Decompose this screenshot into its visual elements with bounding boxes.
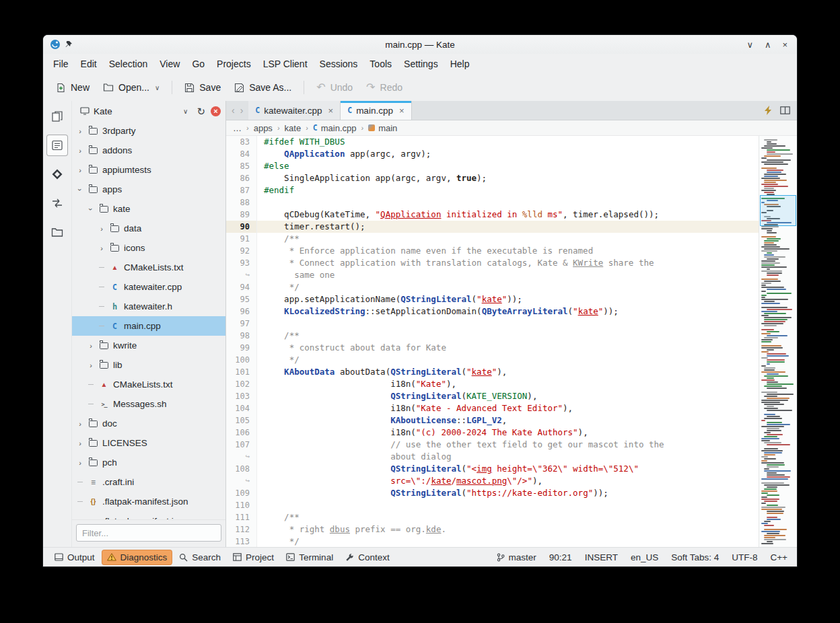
- save-button[interactable]: Save: [178, 78, 227, 97]
- menu-go[interactable]: Go: [186, 56, 211, 72]
- new-button[interactable]: New: [50, 78, 96, 97]
- tree-item-data[interactable]: ›data: [72, 219, 225, 238]
- code-line[interactable]: 111 /**: [226, 511, 759, 523]
- statusbar-c[interactable]: C++: [770, 552, 788, 562]
- statusbar-insert[interactable]: INSERT: [585, 552, 618, 562]
- quick-open-icon[interactable]: [765, 106, 772, 115]
- chevron-collapsed-icon[interactable]: ›: [76, 439, 84, 447]
- breadcrumb-main-symbol[interactable]: main: [368, 123, 397, 133]
- tree-item-icons[interactable]: ›icons: [72, 238, 225, 258]
- breadcrumb-kate[interactable]: kate: [285, 123, 302, 133]
- save-as-button[interactable]: Save As...: [228, 78, 298, 97]
- redo-button[interactable]: ↷Redo: [360, 78, 409, 97]
- code-line[interactable]: 90 timer.restart();: [226, 221, 759, 233]
- menu-file[interactable]: File: [47, 56, 75, 72]
- statusbar-output[interactable]: Output: [50, 550, 100, 564]
- statusbar-search[interactable]: Search: [174, 550, 225, 564]
- code-line[interactable]: 106 i18n("(c) 2000-2024 The Kate Authors…: [226, 427, 759, 439]
- chevron-collapsed-icon[interactable]: ›: [76, 147, 84, 155]
- close-button[interactable]: ×: [782, 40, 788, 50]
- menu-settings[interactable]: Settings: [398, 56, 444, 72]
- maximize-button[interactable]: ∧: [765, 40, 771, 50]
- tree-item-kate[interactable]: ›kate: [72, 199, 225, 219]
- code-line[interactable]: 96 KLocalizedString::setApplicationDomai…: [226, 305, 759, 318]
- chevron-collapsed-icon[interactable]: ›: [87, 342, 95, 350]
- tab-forward-button[interactable]: ›: [240, 105, 244, 116]
- tab-close-icon[interactable]: ×: [399, 106, 405, 116]
- undo-button[interactable]: ↶Undo: [310, 78, 359, 97]
- code-line[interactable]: 95 app.setApplicationName(QStringLiteral…: [226, 293, 759, 305]
- code-line[interactable]: 84 QApplication app(argc, argv);: [226, 148, 759, 160]
- tree-item-appiumtests[interactable]: ›appiumtests: [72, 160, 225, 180]
- menu-edit[interactable]: Edit: [75, 56, 103, 72]
- code-line[interactable]: 91 /**: [226, 233, 759, 245]
- code-line[interactable]: 86 SingleApplication app(argc, argv, tru…: [226, 172, 759, 184]
- tree-item-licenses[interactable]: ›LICENSES: [72, 433, 225, 453]
- code-line[interactable]: 108 QStringLiteral("<img height=\"362\" …: [226, 463, 759, 475]
- git-diamond-tool-button[interactable]: [47, 164, 67, 184]
- menu-sessions[interactable]: Sessions: [314, 56, 364, 72]
- code-line[interactable]: 107 // use the other text field to get o…: [226, 439, 759, 451]
- code-line[interactable]: 101 KAboutData aboutData(QStringLiteral(…: [226, 366, 759, 378]
- code-line[interactable]: ↪ about dialog: [226, 451, 759, 463]
- menu-help[interactable]: Help: [444, 56, 476, 72]
- code-line[interactable]: 100 */: [226, 354, 759, 366]
- chevron-expanded-icon[interactable]: ›: [76, 186, 84, 194]
- tree-item-cmakelists-txt[interactable]: ▲CMakeLists.txt: [72, 258, 225, 277]
- tree-item-kwrite[interactable]: ›kwrite: [72, 336, 225, 355]
- menu-tools[interactable]: Tools: [363, 56, 398, 72]
- code-line[interactable]: 87#endif: [226, 184, 759, 196]
- tree-item-craft-ini[interactable]: ≡.craft.ini: [72, 472, 225, 492]
- code-line[interactable]: 104 i18n("Kate - Advanced Text Editor"),: [226, 402, 759, 414]
- chevron-collapsed-icon[interactable]: ›: [98, 244, 106, 252]
- split-view-icon[interactable]: [780, 106, 790, 114]
- tree-item-flatpak-manifest-json[interactable]: {}.flatpak-manifest.json: [72, 492, 225, 511]
- code-line[interactable]: 98 /**: [226, 330, 759, 342]
- statusbar-project[interactable]: Project: [228, 550, 279, 564]
- menu-view[interactable]: View: [153, 56, 186, 72]
- tab-close-icon[interactable]: ×: [328, 106, 334, 116]
- pin-icon[interactable]: [65, 40, 73, 48]
- minimap-scrollbar[interactable]: [759, 136, 797, 547]
- statusbar-context[interactable]: Context: [341, 550, 394, 564]
- tab-katewaiter-cpp[interactable]: Ckatewaiter.cpp×: [248, 101, 341, 120]
- tree-item-pch[interactable]: ›pch: [72, 453, 225, 472]
- tab-main-cpp[interactable]: Cmain.cpp×: [341, 101, 411, 120]
- statusbar-en-us[interactable]: en_US: [631, 552, 658, 562]
- chevron-collapsed-icon[interactable]: ›: [76, 166, 84, 174]
- tree-item-katewaiter-cpp[interactable]: Ckatewaiter.cpp: [72, 277, 225, 297]
- titlebar[interactable]: main.cpp — Kate ∨∧×: [43, 35, 797, 54]
- code-line[interactable]: 99 * construct about data for Kate: [226, 342, 759, 354]
- code-line[interactable]: 113 */: [226, 536, 759, 547]
- tree-item-cmakelists-txt[interactable]: ▲CMakeLists.txt: [72, 375, 225, 394]
- chevron-collapsed-icon[interactable]: ›: [76, 459, 84, 467]
- minimize-button[interactable]: ∨: [746, 40, 753, 50]
- code-line[interactable]: 103 QStringLiteral(KATE_VERSION),: [226, 390, 759, 402]
- project-selector[interactable]: Kate ∨: [77, 104, 191, 118]
- tree-item-lib[interactable]: ›lib: [72, 355, 225, 375]
- refresh-button[interactable]: ↻: [197, 106, 205, 116]
- code-line[interactable]: 89 qCDebug(KateTime, "QApplication initi…: [226, 209, 759, 221]
- statusbar-master[interactable]: master: [497, 552, 536, 562]
- menu-projects[interactable]: Projects: [211, 56, 257, 72]
- tree-item-katewaiter-h[interactable]: hkatewaiter.h: [72, 297, 225, 316]
- close-project-button[interactable]: ×: [211, 106, 221, 116]
- menu-selection[interactable]: Selection: [103, 56, 154, 72]
- chevron-collapsed-icon[interactable]: ›: [76, 420, 84, 428]
- code-line[interactable]: 110: [226, 499, 759, 511]
- open-button[interactable]: Open...∨: [97, 78, 166, 97]
- tree-item-main-cpp[interactable]: Cmain.cpp: [72, 316, 225, 336]
- minimap-viewport[interactable]: [760, 195, 796, 226]
- code-line[interactable]: 94 */: [226, 281, 759, 293]
- compare-tool-button[interactable]: [47, 193, 67, 213]
- breadcrumb-ellipsis[interactable]: …: [233, 123, 242, 133]
- chevron-collapsed-icon[interactable]: ›: [98, 225, 106, 233]
- breadcrumb-apps[interactable]: apps: [254, 123, 273, 133]
- code-line[interactable]: 88: [226, 196, 759, 209]
- code-line[interactable]: 112 * right dbus prefix == org.kde.: [226, 523, 759, 536]
- documents-tool-button[interactable]: [47, 106, 67, 126]
- tree-item-messages-sh[interactable]: >_Messages.sh: [72, 394, 225, 414]
- chevron-collapsed-icon[interactable]: ›: [87, 361, 95, 369]
- tree-item-flatpak-manifest-json[interactable]: ≡.flatpak-manifest.json: [72, 511, 225, 519]
- menu-lsp-client[interactable]: LSP Client: [257, 56, 314, 72]
